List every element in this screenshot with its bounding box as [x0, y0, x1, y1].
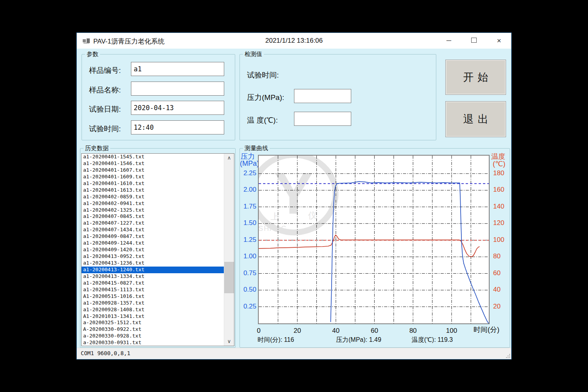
sample-id-label: 样品编号:: [89, 65, 121, 76]
svg-text:Y: Y: [313, 225, 319, 232]
readout-pressure-value: 1.49: [369, 336, 381, 343]
list-item[interactable]: a1-20200409-1420.txt: [82, 247, 234, 253]
svg-text:仪: 仪: [308, 211, 318, 220]
minimize-icon: ─: [446, 37, 451, 44]
list-item[interactable]: a1-20200402-0941.txt: [82, 200, 234, 207]
pressure-label: 压力(MPa):: [247, 93, 284, 103]
readout-pressure-label: 压力(MPa):: [336, 336, 367, 343]
sample-name-input[interactable]: [131, 82, 224, 96]
list-item[interactable]: a1-20200407-1227.txt: [82, 220, 234, 227]
maximize-icon: [471, 38, 477, 43]
resize-grip[interactable]: [505, 353, 510, 358]
list-item[interactable]: a1-20200402-0859.txt: [82, 194, 234, 200]
axis-tick-label: 60: [493, 269, 510, 277]
axis-tick-label: 1.25: [240, 236, 256, 244]
screen: { "window": { "title": "PAV-1沥青压力老化系统", …: [0, 0, 588, 392]
list-item[interactable]: a1-20200928-1408.txt: [82, 307, 234, 313]
list-item[interactable]: a1-20200401-1613.txt: [82, 187, 234, 194]
readings-groupbox: 检测值 试验时间: 压力(MPa): 温 度(℃):: [240, 54, 436, 140]
axis-tick-label: 0: [251, 327, 267, 335]
axis-tick-label: 0.50: [240, 286, 256, 294]
list-item[interactable]: a1-20200401-1607.txt: [82, 167, 234, 174]
axis-tick-label: 0.25: [240, 303, 256, 310]
list-item[interactable]: a1-20200413-1334.txt: [82, 273, 234, 280]
plot-area: Y上SHANG仪Y: [258, 155, 490, 324]
pressure-readout-input[interactable]: [294, 89, 351, 103]
list-item[interactable]: a-20200330-0931.txt: [82, 339, 234, 346]
axis-tick-label: 40: [328, 327, 344, 335]
left-axis-unit: (MPa): [240, 160, 259, 168]
params-group-title: 参数: [85, 51, 100, 58]
list-item[interactable]: a1-20200413-0952.txt: [82, 253, 234, 260]
curve-temperature: [259, 235, 479, 257]
axis-tick-label: 1.00: [240, 252, 256, 260]
list-item[interactable]: a1-20200402-1325.txt: [82, 207, 234, 214]
list-item[interactable]: a1-20200407-0845.txt: [82, 213, 234, 220]
axis-tick-label: 80: [493, 252, 510, 260]
list-item[interactable]: a1-20200401-1545.txt: [82, 154, 234, 160]
list-item[interactable]: a1-20200415-1113.txt: [82, 287, 234, 293]
readout-temperature: 温度(℃): 119.3: [412, 336, 453, 344]
list-item[interactable]: a1-20200409-0847.txt: [82, 233, 234, 240]
list-item[interactable]: a1-20200413-1240.txt: [82, 267, 234, 273]
test-date-input[interactable]: [131, 101, 224, 115]
scroll-down-icon[interactable]: ∨: [224, 337, 234, 346]
close-icon: ×: [497, 36, 501, 45]
measurement-chart: Y上SHANG仪Y: [259, 156, 489, 323]
chart-group-title: 测量曲线: [243, 145, 270, 152]
maximize-button[interactable]: [466, 33, 482, 49]
list-item[interactable]: a-20200330-0928.txt: [82, 333, 234, 339]
list-item[interactable]: a1-20200415-0827.txt: [82, 280, 234, 287]
readout-temperature-label: 温度(℃):: [412, 336, 436, 343]
close-button[interactable]: ×: [491, 33, 507, 49]
params-groupbox: 参数 样品编号: 样品名称: 试验日期: 试验时间:: [82, 54, 235, 140]
readout-temperature-value: 119.3: [437, 336, 453, 343]
axis-tick-label: 60: [367, 327, 382, 335]
axis-tick-label: 0.75: [240, 269, 256, 277]
status-bar: COM1 9600,0,8,1: [77, 348, 511, 359]
title-bar: PAV-1沥青压力老化系统 2021/1/12 13:16:06 ─ ×: [77, 33, 511, 49]
readings-group-title: 检测值: [243, 51, 264, 58]
readout-time-label: 时间(分):: [258, 336, 282, 343]
scrollbar-thumb[interactable]: [224, 262, 234, 293]
axis-tick-label: 160: [493, 186, 510, 194]
list-item[interactable]: a1-20200928-1357.txt: [82, 300, 234, 307]
list-item[interactable]: A1-20201013-1341.txt: [82, 313, 234, 320]
history-file-list[interactable]: a1-20200401-1545.txta1-20200401-1546.txt…: [81, 153, 234, 346]
curve-pressure: [331, 181, 489, 323]
history-group-title: 历史数据: [83, 145, 110, 152]
scroll-up-icon[interactable]: ∧: [224, 154, 234, 162]
sample-id-input[interactable]: [131, 62, 224, 76]
temperature-readout-input[interactable]: [294, 112, 351, 126]
axis-tick-label: 2.25: [240, 169, 256, 177]
minimize-button[interactable]: ─: [441, 33, 457, 49]
list-item[interactable]: a1-20200401-1609.txt: [82, 174, 234, 180]
temperature-label: 温 度(℃):: [247, 115, 278, 125]
list-item[interactable]: a1-20200409-1244.txt: [82, 240, 234, 247]
axis-tick-label: 20: [289, 327, 305, 335]
test-date-label: 试验日期:: [89, 104, 121, 114]
readout-pressure: 压力(MPa): 1.49: [336, 336, 381, 344]
list-item[interactable]: a1-20200401-1546.txt: [82, 160, 234, 167]
test-time-input[interactable]: [131, 120, 224, 134]
list-item[interactable]: A-20200330-0922.txt: [82, 326, 234, 333]
axis-tick-label: 100: [493, 236, 510, 244]
list-item[interactable]: A1-20200515-1016.txt: [82, 293, 234, 300]
test-time-label: 试验时间:: [89, 124, 121, 134]
list-scrollbar[interactable]: ∧ ∨: [224, 154, 234, 346]
start-button[interactable]: 开始: [445, 60, 506, 95]
right-axis-unit: (℃): [493, 160, 505, 168]
axis-tick-label: 140: [493, 203, 510, 211]
history-groupbox: 历史数据 a1-20200401-1545.txta1-20200401-154…: [80, 148, 236, 348]
list-item[interactable]: a1-20200401-1610.txt: [82, 180, 234, 187]
axis-tick-label: 180: [493, 169, 510, 177]
exit-button[interactable]: 退出: [445, 101, 506, 137]
history-file-rows: a1-20200401-1545.txta1-20200401-1546.txt…: [82, 154, 234, 346]
list-item[interactable]: a1-20200413-1236.txt: [82, 260, 234, 267]
elapsed-time-label: 试验时间:: [247, 70, 279, 80]
chart-groupbox: 测量曲线 压力 (MPa) 温度 (℃) Y上SHANG仪Y 时间(分) 时间(…: [240, 148, 510, 348]
axis-tick-label: 1.75: [240, 203, 256, 211]
list-item[interactable]: a-20200325-1512.txt: [82, 319, 234, 326]
axis-tick-label: 40: [493, 286, 510, 294]
list-item[interactable]: a1-20200407-1434.txt: [82, 227, 234, 233]
